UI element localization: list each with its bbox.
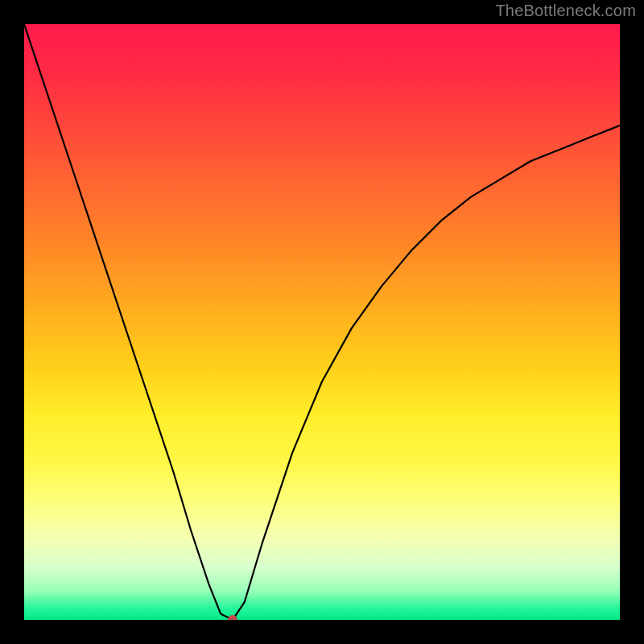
curve-layer <box>24 24 620 620</box>
bottleneck-curve <box>24 24 620 620</box>
plot-area <box>24 24 620 620</box>
chart-frame: TheBottleneck.com <box>0 0 644 644</box>
watermark-label: TheBottleneck.com <box>495 2 636 20</box>
